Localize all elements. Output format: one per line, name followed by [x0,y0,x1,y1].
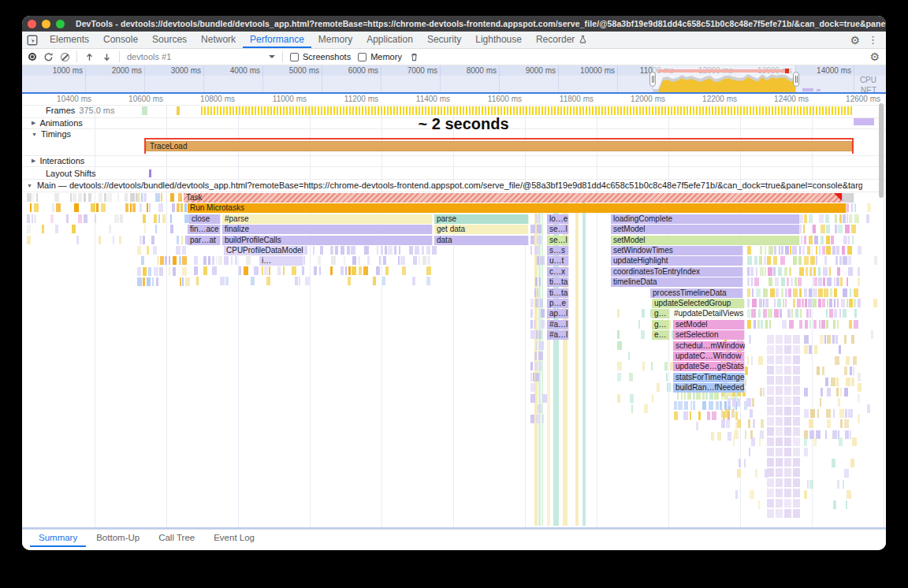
kebab-menu-icon[interactable]: ⋮ [868,35,878,45]
chevron-right-icon[interactable]: ▶ [32,158,35,164]
inspect-element-button[interactable] [22,32,43,48]
flame-bar[interactable]: CPUProfileDataModel [224,246,304,255]
interactions-track-label[interactable]: ▶Interactions [32,156,84,166]
bottom-tab-bottom-up[interactable]: Bottom-Up [87,530,148,547]
flame-bar[interactable]: e… [652,330,670,340]
flame-bar[interactable]: loadingComplete [611,214,800,224]
flame-bar[interactable]: g… [652,320,670,329]
animations-track-label[interactable]: ▶Animations [32,118,83,128]
flame-bar[interactable]: fin…ace [188,225,221,234]
flame-bar[interactable]: se…l [547,236,569,245]
animation-bar[interactable] [854,118,874,125]
flame-bar[interactable]: #a…l [547,320,569,329]
flame-bar[interactable]: finalize [222,225,433,234]
overview-selection-window[interactable] [653,65,796,94]
chevron-right-icon[interactable]: ▶ [32,120,35,126]
flame-bar[interactable]: #updateDetailViews [672,309,745,318]
flame-bar[interactable]: ap…l [547,309,569,318]
flask-icon [579,35,587,44]
tab-performance[interactable]: Performance [243,32,311,48]
flame-bar[interactable]: lo…e [547,214,569,224]
flame-bar[interactable]: g… [652,309,670,318]
flame-bar[interactable]: processTimelineData [650,288,743,298]
bottom-tab-event-log[interactable]: Event Log [205,530,263,547]
window-titlebar[interactable]: DevTools - devtools://devtools/bundled/d… [22,16,886,32]
record-button[interactable] [28,53,36,61]
settings-gear-icon[interactable]: ⚙ [850,35,860,46]
flame-bar[interactable]: p…e [547,299,569,308]
clear-button[interactable] [61,53,69,61]
flame-bar[interactable]: updateSelectedGroup [652,299,745,308]
flame-chart-panel[interactable]: 10400 ms10600 ms10800 ms11000 ms11200 ms… [22,94,886,529]
chevron-down-icon[interactable]: ▼ [32,132,37,137]
flame-bar[interactable]: buildRan…fNeeded [673,383,745,393]
flame-bar[interactable]: updateSe…geStats [673,362,745,371]
flame-bar[interactable]: c…x [547,267,569,277]
tab-application[interactable]: Application [359,32,420,48]
flame-bar[interactable]: data [434,236,529,245]
flame-bar[interactable]: setModel [611,236,800,245]
flame-bar[interactable]: get data [434,225,529,234]
bottom-tab-summary[interactable]: Summary [30,530,86,547]
flame-bar[interactable]: setSelection [673,330,745,340]
flame-bar[interactable]: ti…ta [547,288,569,298]
tab-sources[interactable]: Sources [145,32,194,48]
traceload-timing-bar[interactable]: TraceLoad [146,141,852,151]
timeline-overview[interactable]: 1000 ms2000 ms3000 ms4000 ms5000 ms6000 … [22,65,886,94]
vertical-scrollbar[interactable] [879,103,884,198]
flame-bar[interactable]: coordinatesToEntryIndex [611,267,743,277]
flame-bar[interactable]: statsForTimeRange [673,373,745,382]
close-window-button[interactable] [28,20,36,28]
flame-bar[interactable]: updateC…Window [673,352,745,361]
flame-bar[interactable]: #parse [222,214,433,224]
flame-bar[interactable]: i… [259,256,303,266]
flame-bar[interactable] [843,193,854,203]
upload-icon [84,52,95,62]
flame-bar[interactable]: Task [184,193,842,203]
flame-bar[interactable]: ti…ta [547,277,569,287]
profile-history-select[interactable]: devtools #1 [127,52,275,61]
flame-bar[interactable]: #a…l [547,330,569,340]
tab-elements[interactable]: Elements [43,32,96,48]
bottom-tab-call-tree[interactable]: Call Tree [150,530,203,547]
timings-track-label[interactable]: ▼Timings [32,129,71,139]
flame-bar[interactable]: schedul…mWindow [673,341,745,351]
selection-left-handle[interactable] [649,72,656,87]
flame-bar[interactable]: updateHighlight [611,256,743,266]
flame-bar[interactable]: s…s [547,246,569,255]
flame-bar[interactable]: parse [434,214,529,224]
layout-shift-marker[interactable] [149,169,151,177]
maximize-window-button[interactable] [56,20,65,28]
tab-security[interactable]: Security [420,32,468,48]
flame-bar[interactable]: se…l [547,225,569,234]
tab-recorder[interactable]: Recorder [529,32,594,48]
flame-bar[interactable]: timelineData [611,277,743,287]
load-profile-button[interactable] [84,52,95,62]
minimize-window-button[interactable] [42,20,50,28]
memory-checkbox[interactable]: Memory [358,52,402,61]
frames-track-label[interactable]: Frames375.0 ms [46,106,115,115]
tab-network[interactable]: Network [194,32,243,48]
flame-bar[interactable]: close [189,214,221,224]
reload-and-record-button[interactable] [43,52,54,62]
chevron-down-icon[interactable]: ▼ [27,183,32,188]
flame-bar[interactable]: buildProfileCalls [222,236,433,245]
flame-bar[interactable]: setWindowTimes [611,246,743,255]
overview-tick-label: 1000 ms [28,66,83,75]
flame-bar[interactable]: setModel [673,320,745,329]
flame-bar[interactable]: u…t [547,256,569,266]
selection-right-handle[interactable] [793,72,799,87]
tab-lighthouse[interactable]: Lighthouse [468,32,529,48]
layout-shifts-track-label[interactable]: Layout Shifts [46,169,96,178]
tab-console[interactable]: Console [96,32,145,48]
save-profile-button[interactable] [102,52,112,62]
ruler-tick-label: 11600 ms [465,95,522,103]
flame-bar[interactable]: Run Microtasks [188,203,847,213]
garbage-collect-button[interactable] [409,52,419,62]
main-track-header[interactable]: ▼ Main — devtools://devtools/bundled/dev… [27,180,862,190]
flame-bar[interactable]: par…at [188,236,221,245]
tab-memory[interactable]: Memory [311,32,359,48]
screenshots-checkbox[interactable]: Screenshots [290,52,351,61]
capture-settings-gear-icon[interactable]: ⚙ [869,51,880,62]
flame-bar[interactable]: setModel [611,225,800,234]
